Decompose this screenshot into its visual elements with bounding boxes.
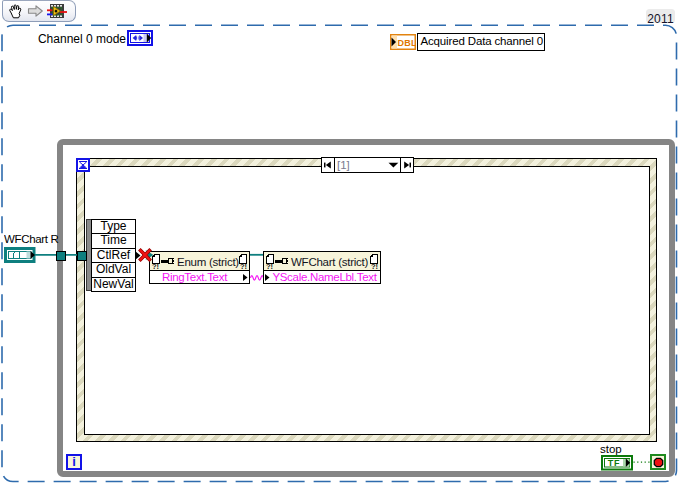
- refnum-page-glyph: [14, 252, 20, 259]
- property-node-enum[interactable]: ?! Enum (strict) ?! RingText.Text: [149, 251, 250, 284]
- previous-case-arrow[interactable]: [322, 158, 335, 172]
- event-timeout-terminal[interactable]: [76, 158, 90, 172]
- dbl-type-text: DBL: [398, 38, 417, 48]
- property-node-class-name: WFChart (strict): [291, 256, 368, 268]
- error-glyph: ?!: [152, 263, 159, 271]
- labview-version-tag: 2011: [646, 9, 675, 23]
- error-glyph: ?!: [240, 263, 247, 271]
- next-case-arrow-icon: [401, 158, 413, 172]
- event-data-field[interactable]: CtlRef: [92, 249, 135, 263]
- iteration-i: i: [68, 456, 80, 468]
- property-output-arrow: [243, 274, 248, 281]
- channel-mode-label[interactable]: Channel 0 mode: [38, 33, 126, 45]
- property-node-enum-header: ?! Enum (strict) ?!: [150, 252, 249, 271]
- loop-condition-terminal[interactable]: [650, 454, 666, 470]
- wfchart-ref-label[interactable]: WFChart R: [4, 234, 59, 246]
- wfchart-refnum-terminal[interactable]: [4, 247, 36, 263]
- event-data-field[interactable]: NewVal: [92, 278, 135, 291]
- acquired-data-label[interactable]: Acquired Data channel 0: [417, 33, 545, 51]
- property-key-icon: [161, 257, 174, 266]
- labview-block-diagram: [1] Type Time CtlRef OldVal NewVal: [0, 0, 679, 484]
- enum-control-terminal[interactable]: [127, 30, 153, 46]
- event-data-field[interactable]: OldVal: [92, 263, 135, 277]
- stop-tf-terminal[interactable]: TF: [601, 455, 633, 471]
- drop-arrow-icon: [27, 4, 44, 18]
- loop-tunnel[interactable]: [56, 251, 66, 261]
- tf-type-text: TF: [608, 457, 621, 467]
- case-dropdown-arrow[interactable]: [388, 158, 399, 172]
- snippet-drag-badge: [2, 0, 76, 22]
- property-node-enum-property[interactable]: RingText.Text: [150, 271, 249, 283]
- event-data-field[interactable]: Type: [92, 220, 135, 234]
- event-case-selector[interactable]: [1]: [321, 157, 414, 173]
- property-node-wfchart-property[interactable]: YScale.NameLbl.Text: [264, 271, 380, 283]
- case-selector-text: [1]: [337, 159, 350, 171]
- error-glyph: ?!: [371, 263, 378, 271]
- property-key-icon: [275, 257, 288, 266]
- dbl-indicator-terminal[interactable]: DBL: [390, 34, 416, 50]
- broken-wire-x-icon[interactable]: [138, 248, 152, 262]
- hand-cursor-icon: [7, 3, 24, 20]
- property-node-class-name: Enum (strict): [177, 256, 239, 268]
- event-structure-interior: [84, 166, 650, 435]
- event-structure[interactable]: [76, 158, 657, 442]
- property-node-wfchart-header: ?! WFChart (strict) ?!: [264, 252, 380, 271]
- previous-case-arrow-icon: [322, 158, 334, 172]
- loop-iteration-terminal[interactable]: i: [66, 454, 82, 470]
- vi-snippet-icon: [47, 3, 67, 20]
- case-selector-body[interactable]: [1]: [335, 158, 400, 172]
- event-data-field[interactable]: Time: [92, 234, 135, 248]
- stop-sign-icon: [653, 457, 664, 468]
- version-text: 2011: [647, 12, 674, 26]
- event-tunnel[interactable]: [77, 251, 87, 261]
- next-case-arrow[interactable]: [400, 158, 413, 172]
- event-data-node[interactable]: Type Time CtlRef OldVal NewVal: [91, 219, 136, 292]
- error-glyph: ?!: [266, 263, 273, 271]
- property-node-wfchart[interactable]: ?! WFChart (strict) ?! YScale.NameLbl.Te…: [263, 251, 381, 284]
